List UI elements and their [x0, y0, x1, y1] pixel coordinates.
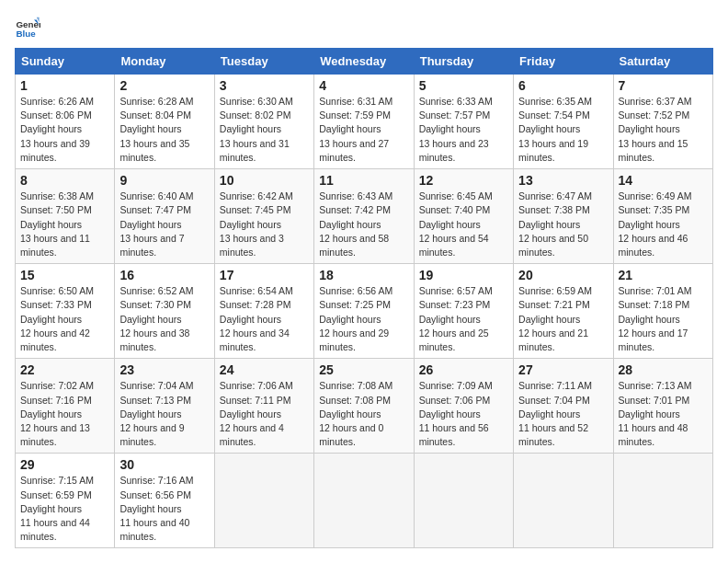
calendar-body: 1Sunrise: 6:26 AMSunset: 8:06 PMDaylight…: [16, 75, 713, 548]
header-wednesday: Wednesday: [314, 49, 414, 75]
logo-icon: General Blue: [15, 15, 40, 40]
calendar-day-empty: [613, 454, 712, 548]
calendar-day-13: 13Sunrise: 6:47 AMSunset: 7:38 PMDayligh…: [514, 169, 613, 264]
calendar-day-19: 19Sunrise: 6:57 AMSunset: 7:23 PMDayligh…: [414, 264, 513, 359]
header-friday: Friday: [514, 49, 613, 75]
calendar-day-23: 23Sunrise: 7:04 AMSunset: 7:13 PMDayligh…: [115, 359, 214, 454]
calendar-day-29: 29Sunrise: 7:15 AMSunset: 6:59 PMDayligh…: [16, 454, 115, 548]
calendar-day-10: 10Sunrise: 6:42 AMSunset: 7:45 PMDayligh…: [214, 169, 313, 264]
calendar-day-7: 7Sunrise: 6:37 AMSunset: 7:52 PMDaylight…: [613, 75, 712, 169]
calendar-week-3: 15Sunrise: 6:50 AMSunset: 7:33 PMDayligh…: [16, 264, 713, 359]
header-thursday: Thursday: [414, 49, 513, 75]
svg-text:Blue: Blue: [16, 29, 36, 39]
calendar-day-3: 3Sunrise: 6:30 AMSunset: 8:02 PMDaylight…: [214, 75, 313, 169]
header-monday: Monday: [115, 49, 214, 75]
calendar-day-4: 4Sunrise: 6:31 AMSunset: 7:59 PMDaylight…: [314, 75, 414, 169]
header-saturday: Saturday: [613, 49, 712, 75]
calendar-day-30: 30Sunrise: 7:16 AMSunset: 6:56 PMDayligh…: [115, 454, 214, 548]
calendar-week-4: 22Sunrise: 7:02 AMSunset: 7:16 PMDayligh…: [16, 359, 713, 454]
calendar-day-6: 6Sunrise: 6:35 AMSunset: 7:54 PMDaylight…: [514, 75, 613, 169]
calendar-day-24: 24Sunrise: 7:06 AMSunset: 7:11 PMDayligh…: [214, 359, 313, 454]
calendar-week-5: 29Sunrise: 7:15 AMSunset: 6:59 PMDayligh…: [16, 454, 713, 548]
calendar-header-row: SundayMondayTuesdayWednesdayThursdayFrid…: [16, 49, 713, 75]
calendar-day-16: 16Sunrise: 6:52 AMSunset: 7:30 PMDayligh…: [115, 264, 214, 359]
calendar-table: SundayMondayTuesdayWednesdayThursdayFrid…: [15, 48, 713, 548]
calendar-day-26: 26Sunrise: 7:09 AMSunset: 7:06 PMDayligh…: [414, 359, 513, 454]
header-tuesday: Tuesday: [214, 49, 313, 75]
logo: General Blue: [15, 15, 44, 40]
calendar-day-empty: [414, 454, 513, 548]
calendar-day-25: 25Sunrise: 7:08 AMSunset: 7:08 PMDayligh…: [314, 359, 414, 454]
calendar-day-18: 18Sunrise: 6:56 AMSunset: 7:25 PMDayligh…: [314, 264, 414, 359]
calendar-day-9: 9Sunrise: 6:40 AMSunset: 7:47 PMDaylight…: [115, 169, 214, 264]
header-sunday: Sunday: [16, 49, 115, 75]
calendar-day-empty: [514, 454, 613, 548]
calendar-day-5: 5Sunrise: 6:33 AMSunset: 7:57 PMDaylight…: [414, 75, 513, 169]
page-header: General Blue: [15, 15, 713, 40]
calendar-day-28: 28Sunrise: 7:13 AMSunset: 7:01 PMDayligh…: [613, 359, 712, 454]
calendar-day-empty: [214, 454, 313, 548]
calendar-day-15: 15Sunrise: 6:50 AMSunset: 7:33 PMDayligh…: [16, 264, 115, 359]
calendar-day-27: 27Sunrise: 7:11 AMSunset: 7:04 PMDayligh…: [514, 359, 613, 454]
calendar-week-2: 8Sunrise: 6:38 AMSunset: 7:50 PMDaylight…: [16, 169, 713, 264]
calendar-day-2: 2Sunrise: 6:28 AMSunset: 8:04 PMDaylight…: [115, 75, 214, 169]
calendar-day-14: 14Sunrise: 6:49 AMSunset: 7:35 PMDayligh…: [613, 169, 712, 264]
calendar-day-1: 1Sunrise: 6:26 AMSunset: 8:06 PMDaylight…: [16, 75, 115, 169]
calendar-day-21: 21Sunrise: 7:01 AMSunset: 7:18 PMDayligh…: [613, 264, 712, 359]
calendar-day-22: 22Sunrise: 7:02 AMSunset: 7:16 PMDayligh…: [16, 359, 115, 454]
calendar-day-8: 8Sunrise: 6:38 AMSunset: 7:50 PMDaylight…: [16, 169, 115, 264]
calendar-day-empty: [314, 454, 414, 548]
calendar-week-1: 1Sunrise: 6:26 AMSunset: 8:06 PMDaylight…: [16, 75, 713, 169]
calendar-day-17: 17Sunrise: 6:54 AMSunset: 7:28 PMDayligh…: [214, 264, 313, 359]
calendar-day-11: 11Sunrise: 6:43 AMSunset: 7:42 PMDayligh…: [314, 169, 414, 264]
calendar-day-20: 20Sunrise: 6:59 AMSunset: 7:21 PMDayligh…: [514, 264, 613, 359]
calendar-day-12: 12Sunrise: 6:45 AMSunset: 7:40 PMDayligh…: [414, 169, 513, 264]
